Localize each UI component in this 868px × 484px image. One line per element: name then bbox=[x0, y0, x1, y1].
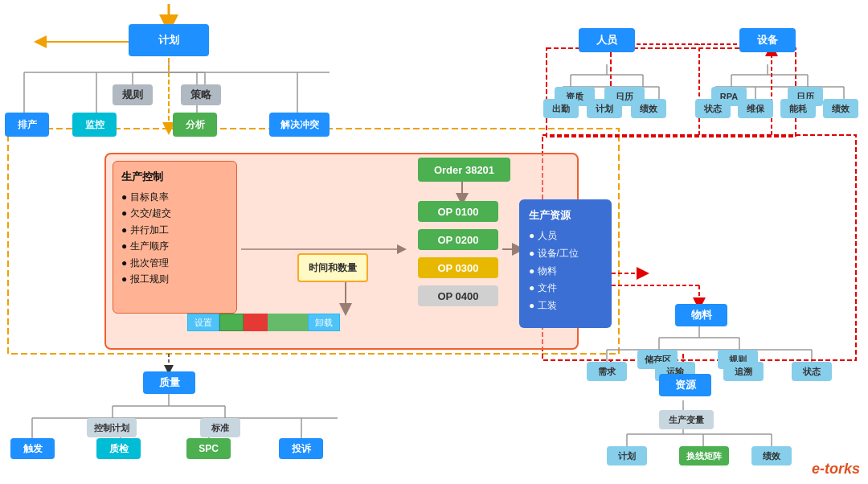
node-status-material[interactable]: 状态 bbox=[792, 362, 832, 381]
node-quality-check[interactable]: 质检 bbox=[96, 438, 141, 459]
node-energy[interactable]: 能耗 bbox=[780, 99, 816, 118]
node-trace[interactable]: 追溯 bbox=[723, 362, 764, 381]
node-resolve-conflict[interactable]: 解决冲突 bbox=[269, 113, 330, 137]
production-resources-box: 生产资源 ● 人员 ● 设备/工位 ● 物料 ● 文件 ● 工装 bbox=[519, 199, 612, 328]
node-trigger[interactable]: 触发 bbox=[10, 438, 55, 459]
node-switch-matrix[interactable]: 换线矩阵 bbox=[679, 446, 729, 466]
node-demand[interactable]: 需求 bbox=[587, 362, 627, 381]
node-monitoring[interactable]: 监控 bbox=[72, 113, 117, 137]
pr-item-5: ● 工装 bbox=[529, 297, 602, 315]
diagram-container: 计划 规则 策略 排产 监控 分析 解决冲突 生产控制 ● 目标良率 ● 欠交/… bbox=[0, 0, 868, 484]
gantt-seg-red2 bbox=[256, 314, 268, 331]
pc-item-4: ● 生产顺序 bbox=[121, 238, 228, 254]
node-status-equip[interactable]: 状态 bbox=[695, 99, 731, 118]
node-order[interactable]: Order 38201 bbox=[418, 158, 510, 182]
pr-item-3: ● 物料 bbox=[529, 263, 602, 281]
node-resource[interactable]: 资源 bbox=[659, 374, 711, 396]
production-control-title: 生产控制 bbox=[121, 168, 228, 186]
pc-item-1: ● 目标良率 bbox=[121, 189, 228, 205]
node-plan[interactable]: 计划 bbox=[129, 24, 209, 56]
node-time-qty[interactable]: 时间和数量 bbox=[297, 253, 368, 282]
gantt-seg-green2 bbox=[268, 314, 308, 331]
node-material[interactable]: 物料 bbox=[675, 304, 727, 326]
node-performance-res[interactable]: 绩效 bbox=[751, 446, 792, 466]
node-strategy[interactable]: 策略 bbox=[181, 84, 221, 105]
node-op0100[interactable]: OP 0100 bbox=[418, 201, 498, 222]
gantt-label-unload: 卸载 bbox=[308, 314, 340, 331]
node-quality[interactable]: 质量 bbox=[143, 371, 195, 394]
pc-item-3: ● 并行加工 bbox=[121, 222, 228, 238]
node-plan-person[interactable]: 计划 bbox=[587, 99, 622, 118]
pr-item-4: ● 文件 bbox=[529, 280, 602, 297]
node-standard[interactable]: 标准 bbox=[200, 418, 240, 437]
node-attendance[interactable]: 出勤 bbox=[543, 99, 579, 118]
node-personnel[interactable]: 人员 bbox=[579, 28, 635, 52]
node-maintenance[interactable]: 维保 bbox=[738, 99, 773, 118]
production-resources-title: 生产资源 bbox=[529, 206, 602, 224]
node-performance-equip[interactable]: 绩效 bbox=[823, 99, 858, 118]
production-control-box: 生产控制 ● 目标良率 ● 欠交/超交 ● 并行加工 ● 生产顺序 ● 批次管理… bbox=[113, 161, 237, 314]
node-equipment[interactable]: 设备 bbox=[739, 28, 796, 52]
pc-item-5: ● 批次管理 bbox=[121, 255, 228, 271]
gantt-seg-red1 bbox=[244, 314, 256, 331]
pc-item-6: ● 报工规则 bbox=[121, 271, 228, 287]
node-op0400[interactable]: OP 0400 bbox=[418, 285, 498, 306]
node-analysis[interactable]: 分析 bbox=[173, 113, 217, 137]
node-performance-person[interactable]: 绩效 bbox=[631, 99, 666, 118]
pr-item-2: ● 设备/工位 bbox=[529, 245, 602, 263]
node-scheduling[interactable]: 排产 bbox=[5, 113, 49, 137]
node-op0300[interactable]: OP 0300 bbox=[418, 257, 498, 278]
watermark: e-torks bbox=[812, 461, 860, 478]
node-rules[interactable]: 规则 bbox=[113, 84, 153, 105]
node-control-plan[interactable]: 控制计划 bbox=[87, 418, 137, 437]
node-production-var[interactable]: 生产变量 bbox=[659, 410, 714, 429]
gantt-bar-area: 设置 卸载 bbox=[187, 314, 340, 331]
pc-item-2: ● 欠交/超交 bbox=[121, 205, 228, 221]
gantt-seg-green bbox=[219, 314, 244, 331]
node-complaint[interactable]: 投诉 bbox=[279, 438, 323, 459]
gantt-label-setup: 设置 bbox=[187, 314, 219, 331]
node-plan-res[interactable]: 计划 bbox=[607, 446, 647, 466]
node-op0200[interactable]: OP 0200 bbox=[418, 229, 498, 250]
node-spc[interactable]: SPC bbox=[186, 438, 231, 459]
pr-item-1: ● 人员 bbox=[529, 228, 602, 245]
